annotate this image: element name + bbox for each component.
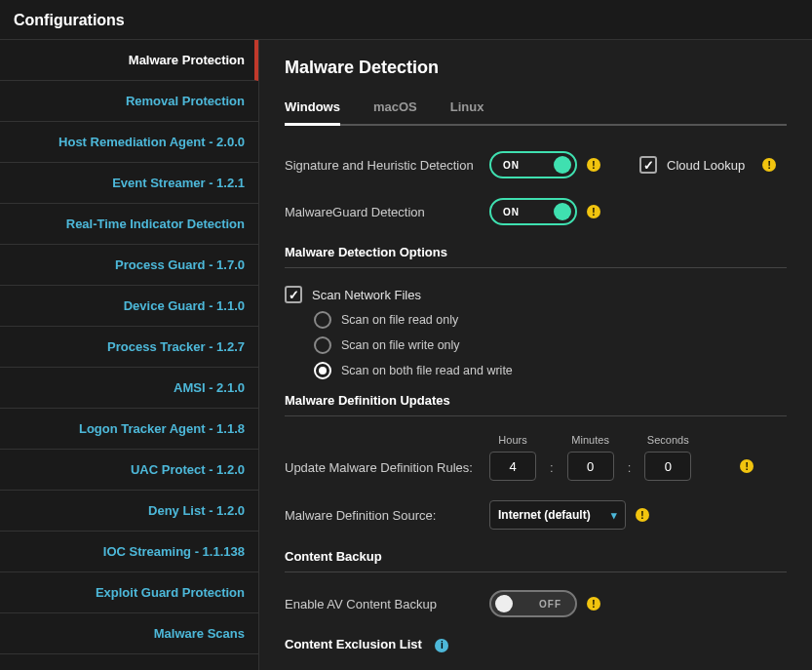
- hours-label: Hours: [498, 434, 526, 446]
- toggle-state-text: OFF: [539, 599, 561, 610]
- main-title: Malware Detection: [285, 58, 787, 78]
- separator: :: [620, 460, 639, 481]
- malwareguard-label: MalwareGuard Detection: [285, 205, 489, 219]
- scan-network-files-label: Scan Network Files: [312, 288, 421, 302]
- page-title: Configurations: [0, 0, 812, 39]
- info-icon[interactable]: !: [587, 205, 600, 218]
- signature-detection-toggle[interactable]: ON: [489, 151, 577, 178]
- content-backup-heading: Content Backup: [285, 549, 787, 572]
- info-icon[interactable]: !: [762, 158, 776, 172]
- scan-both-radio[interactable]: Scan on both file read and write: [314, 362, 787, 379]
- sidebar-item-process-tracker[interactable]: Process Tracker - 1.2.7: [0, 327, 258, 368]
- chevron-down-icon: ▾: [611, 509, 617, 522]
- update-rules-label: Update Malware Definition Rules:: [285, 460, 489, 481]
- sidebar-item-removal-protection[interactable]: Removal Protection: [0, 81, 258, 122]
- radio-icon: [314, 362, 331, 379]
- radio-label: Scan on both file read and write: [341, 364, 513, 377]
- sidebar-item-amsi[interactable]: AMSI - 2.1.0: [0, 368, 258, 409]
- enable-av-backup-toggle[interactable]: OFF: [489, 590, 577, 617]
- minutes-label: Minutes: [571, 434, 609, 446]
- sidebar-item-uac-protect[interactable]: UAC Protect - 1.2.0: [0, 450, 258, 491]
- content-exclusion-heading: Content Exclusion List i: [285, 637, 787, 660]
- sidebar-item-logon-tracker-agent[interactable]: Logon Tracker Agent - 1.1.8: [0, 409, 258, 450]
- definition-source-label: Malware Definition Source:: [285, 508, 489, 523]
- sidebar-item-event-streamer[interactable]: Event Streamer - 1.2.1: [0, 163, 258, 204]
- info-icon[interactable]: !: [636, 508, 649, 522]
- definition-updates-heading: Malware Definition Updates: [285, 393, 787, 416]
- enable-av-backup-label: Enable AV Content Backup: [285, 597, 489, 611]
- sidebar-item-process-guard[interactable]: Process Guard - 1.7.0: [0, 245, 258, 286]
- info-icon[interactable]: !: [587, 597, 600, 611]
- sidebar-item-real-time-indicator[interactable]: Real-Time Indicator Detection: [0, 204, 258, 245]
- scan-read-only-radio[interactable]: Scan on file read only: [314, 311, 787, 329]
- tab-macos[interactable]: macOS: [373, 99, 417, 124]
- checkbox-icon: [285, 286, 302, 303]
- cloud-lookup-checkbox[interactable]: Cloud Lookup: [639, 156, 745, 174]
- seconds-label: Seconds: [647, 434, 689, 446]
- separator: :: [542, 460, 561, 481]
- radio-icon: [314, 311, 331, 329]
- info-icon[interactable]: i: [435, 639, 448, 652]
- toggle-state-text: ON: [503, 207, 520, 217]
- scan-write-only-radio[interactable]: Scan on file write only: [314, 336, 787, 354]
- tab-linux[interactable]: Linux: [450, 99, 484, 124]
- cloud-lookup-label: Cloud Lookup: [667, 158, 745, 173]
- select-value: Internet (default): [498, 508, 591, 522]
- sidebar-item-exploit-guard-protection[interactable]: Exploit Guard Protection: [0, 572, 258, 613]
- toggle-knob: [554, 156, 571, 174]
- sidebar-item-malware-protection[interactable]: Malware Protection: [0, 40, 258, 81]
- main-panel: Malware Detection Windows macOS Linux Si…: [259, 40, 812, 670]
- minutes-input[interactable]: [567, 452, 614, 481]
- radio-icon: [314, 336, 331, 354]
- definition-source-select[interactable]: Internet (default) ▾: [489, 500, 626, 530]
- toggle-knob: [554, 203, 571, 220]
- info-icon[interactable]: !: [740, 459, 754, 473]
- radio-label: Scan on file write only: [341, 338, 460, 352]
- checkbox-icon: [639, 156, 657, 174]
- scan-network-files-checkbox[interactable]: Scan Network Files: [285, 286, 787, 303]
- sidebar-item-device-guard[interactable]: Device Guard - 1.1.0: [0, 286, 258, 327]
- os-tabs: Windows macOS Linux: [285, 99, 787, 126]
- malwareguard-toggle[interactable]: ON: [489, 198, 577, 225]
- signature-detection-label: Signature and Heuristic Detection: [285, 158, 489, 173]
- toggle-state-text: ON: [503, 160, 520, 171]
- sidebar-item-ioc-streaming[interactable]: IOC Streaming - 1.1.138: [0, 532, 258, 572]
- toggle-knob: [495, 595, 513, 612]
- seconds-input[interactable]: [644, 452, 691, 481]
- detection-options-heading: Malware Detection Options: [285, 245, 787, 268]
- sidebar-item-deny-list[interactable]: Deny List - 1.2.0: [0, 491, 258, 532]
- hours-input[interactable]: [489, 452, 536, 481]
- radio-label: Scan on file read only: [341, 313, 458, 327]
- sidebar: Malware Protection Removal Protection Ho…: [0, 40, 259, 670]
- info-icon[interactable]: !: [587, 158, 600, 172]
- sidebar-item-malware-scans[interactable]: Malware Scans: [0, 613, 258, 654]
- sidebar-item-host-remediation-agent[interactable]: Host Remediation Agent - 2.0.0: [0, 122, 258, 163]
- tab-windows[interactable]: Windows: [285, 99, 340, 124]
